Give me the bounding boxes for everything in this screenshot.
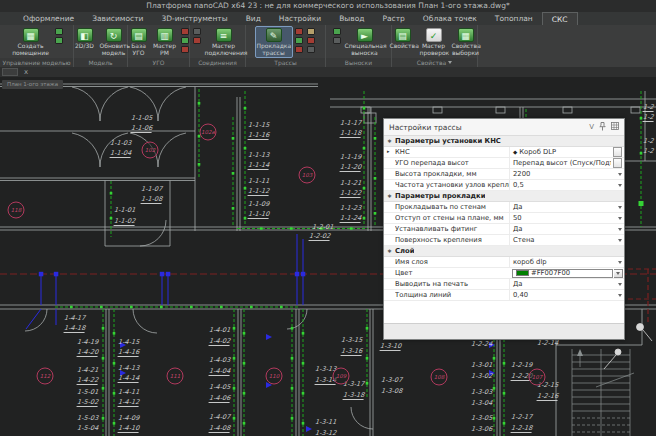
cable-label: 1-4-22 xyxy=(77,376,99,385)
dropdown-arrow-icon[interactable] xyxy=(616,261,624,264)
property-label: УГО перепада высот xyxy=(395,159,509,167)
cable-label: 1-1-16 xyxy=(248,131,270,140)
property-row[interactable]: Слой ◆ xyxy=(384,246,624,257)
property-row[interactable]: Толщина линий ◆ 0,40 xyxy=(384,290,624,301)
cable-label: 1-4-17 xyxy=(64,314,86,322)
dropdown-arrow-icon[interactable] xyxy=(614,269,623,278)
small-tool-icon[interactable] xyxy=(307,28,315,35)
property-value[interactable]: 50 xyxy=(513,214,522,222)
property-row[interactable]: Устанавливать фитинг ◆ Да xyxy=(384,224,624,235)
ugo-base-button[interactable]: ▤ База УГО xyxy=(127,26,151,58)
property-row[interactable]: Параметры прокладки ◆ xyxy=(384,191,624,202)
small-tool-icon[interactable] xyxy=(193,28,201,35)
dropdown-arrow-icon[interactable] xyxy=(616,173,624,176)
property-value[interactable]: 2200 xyxy=(513,170,530,178)
property-row[interactable]: Параметры установки КНС ◆ xyxy=(384,136,624,147)
browse-button[interactable] xyxy=(613,147,622,157)
small-tool-icon[interactable] xyxy=(55,28,63,35)
ribbon-group-label: УГО xyxy=(152,58,164,67)
create-room-button[interactable]: ▦ Создать помещение xyxy=(9,26,53,58)
menu-tab[interactable]: Топоплан xyxy=(486,12,542,25)
grid-settings-icon[interactable] xyxy=(611,122,619,132)
property-value[interactable]: Перепад высот (Спуск/Подъем) xyxy=(513,159,611,167)
menu-tab[interactable]: Вид xyxy=(237,12,270,25)
small-tool-icon[interactable] xyxy=(333,28,341,35)
menu-tab[interactable]: 3D-инструменты xyxy=(152,12,236,25)
small-tool-icon[interactable] xyxy=(295,37,303,44)
menu-tab[interactable]: Зависимости xyxy=(83,12,152,25)
browse-button[interactable] xyxy=(613,158,622,168)
small-tool-icon[interactable] xyxy=(295,28,303,35)
menu-tab[interactable]: СКС xyxy=(542,12,578,25)
small-tool-icon[interactable] xyxy=(333,37,341,44)
small-tool-icon[interactable] xyxy=(307,37,315,44)
cable-label: 1-4-16 xyxy=(118,348,140,357)
connection-wizard-button[interactable]: ≡ Мастер подключения xyxy=(203,26,245,58)
refresh-model-button[interactable]: ↻ Обновить модель xyxy=(98,26,130,58)
dropdown-arrow-icon[interactable] xyxy=(616,239,624,242)
dropdown-arrow-icon[interactable] xyxy=(616,206,624,209)
property-label: Толщина линий xyxy=(395,291,509,299)
property-row[interactable]: Прокладывать по стенам ◆ Да xyxy=(384,202,624,213)
document-tab[interactable] xyxy=(2,68,18,76)
small-tool-icon[interactable] xyxy=(193,37,201,44)
selection-properties-button[interactable]: ▦ Свойства выборки xyxy=(450,26,482,58)
room-number-tag: 102 xyxy=(142,142,159,159)
property-row[interactable]: Отступ от стены на плане, мм ◆ 50 xyxy=(384,213,624,224)
panel-header[interactable]: Настройки трассы V xyxy=(384,119,624,136)
2d3d-button[interactable]: ◧ 2D/3D xyxy=(72,26,98,51)
cable-label: 1-3-04 xyxy=(471,399,493,407)
menu-tab[interactable]: Настройки xyxy=(270,12,330,25)
property-row[interactable]: Имя слоя ◆ короб dlp xyxy=(384,257,624,268)
property-value[interactable]: Короб DLP xyxy=(519,148,556,156)
property-value[interactable]: короб dlp xyxy=(513,258,547,266)
dropdown-arrow-icon[interactable] xyxy=(616,228,624,231)
property-grid: Параметры установки КНС ◆ КНС ◆ Короб DL… xyxy=(384,136,624,301)
group-expand-icon[interactable] xyxy=(448,61,452,64)
cable-label: 1-1-07 xyxy=(141,185,163,193)
special-callout-button[interactable]: ► Специальная выноска xyxy=(343,26,387,58)
document-tabstrip: x xyxy=(0,67,656,77)
property-row[interactable]: Выводить на печать ◆ Да xyxy=(384,279,624,290)
property-row[interactable]: Цвет ◆ #FF007F00 xyxy=(384,268,624,279)
dropdown-arrow-icon[interactable] xyxy=(616,184,624,187)
dropdown-arrow-icon[interactable] xyxy=(616,283,624,286)
property-row[interactable]: УГО перепада высот ◆ Перепад высот (Спус… xyxy=(384,158,624,169)
property-value[interactable]: #FF007F00 xyxy=(531,269,570,277)
small-tool-icon[interactable] xyxy=(181,28,189,35)
dropdown-arrow-icon[interactable] xyxy=(616,217,624,220)
property-value[interactable]: 0,40 xyxy=(513,291,528,299)
small-tool-icon[interactable] xyxy=(55,37,63,44)
property-value[interactable]: Стена xyxy=(513,236,535,244)
small-tool-icon[interactable] xyxy=(307,46,315,53)
pin-icon[interactable] xyxy=(599,122,606,133)
small-tool-icon[interactable] xyxy=(295,46,303,53)
menu-tab[interactable]: Оформление xyxy=(14,12,83,25)
master-rm-button[interactable]: ▥ Мастер РМ xyxy=(151,26,179,58)
ribbon-group-routes: ✎ Прокладка трассы Трассы xyxy=(246,25,326,67)
property-value[interactable]: 0,5 xyxy=(513,181,524,189)
property-row[interactable]: Частота установки узлов крепле... ◆ 0,5 xyxy=(384,180,624,191)
cable-label: 1-3-03 xyxy=(471,388,493,396)
cable-label: 1-4-20 xyxy=(77,348,99,357)
property-row[interactable]: Высота прокладки, мм ◆ 2200 xyxy=(384,169,624,180)
property-value[interactable]: Да xyxy=(513,225,522,233)
collapse-icon[interactable]: V xyxy=(589,123,594,131)
check-wizard-button[interactable]: ✓ Мастер проверок xyxy=(418,26,450,58)
property-row[interactable]: Поверхность крепления ◆ Стена xyxy=(384,235,624,246)
dropdown-arrow-icon[interactable] xyxy=(616,294,624,297)
cable-label: 1-4-15 xyxy=(118,338,140,346)
close-tab-icon[interactable]: x xyxy=(24,68,28,76)
property-value[interactable]: Да xyxy=(513,203,522,211)
menu-tab[interactable]: Облака точек xyxy=(414,12,486,25)
menu-tab[interactable]: Растр xyxy=(373,12,413,25)
menu-tab[interactable]: Вывод xyxy=(330,12,373,25)
cable-label: 1-4-12 xyxy=(118,398,140,407)
property-value[interactable]: Да xyxy=(513,280,522,288)
property-row[interactable]: КНС ◆ Короб DLP xyxy=(384,147,624,158)
room-number-tag: 112 xyxy=(37,368,54,385)
small-tool-icon[interactable] xyxy=(181,46,189,53)
properties-button[interactable]: ▤ Свойства xyxy=(388,26,418,51)
lay-route-button[interactable]: ✎ Прокладка трассы xyxy=(255,26,293,58)
small-tool-icon[interactable] xyxy=(181,37,189,44)
